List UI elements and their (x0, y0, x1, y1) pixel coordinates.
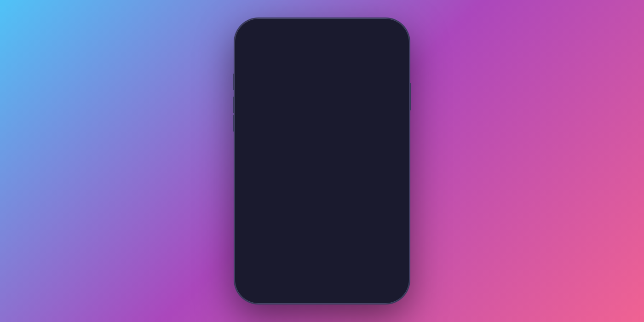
chat-list: Saved Messages Photo 9:41 (239, 136, 405, 171)
story-item-alina[interactable]: Alina (317, 70, 353, 107)
svg-line-4 (310, 122, 311, 124)
chat-content: Saved Messages Photo (276, 145, 380, 163)
chat-name: Saved Messages (276, 145, 380, 154)
search-bar-container: Search (239, 112, 405, 136)
natalee-avatar (287, 72, 313, 98)
chat-preview-text: Photo (286, 155, 303, 163)
saved-messages-avatar (247, 142, 270, 166)
story-item-paul[interactable]: Paul (353, 70, 389, 107)
paul-avatar-wrapper (357, 70, 385, 99)
signal-bars-icon (362, 34, 369, 39)
stories-row: + My Story Natalee (239, 67, 405, 112)
my-story-label: My Story (253, 102, 273, 107)
signal-bar-3 (366, 35, 367, 39)
signal-bar-1 (362, 38, 363, 39)
emma-label: Emma (393, 102, 405, 107)
paul-ring-inner (357, 71, 385, 99)
status-icons (362, 33, 392, 40)
bookmark-icon (253, 146, 264, 162)
page-title: Chats (303, 51, 325, 60)
add-story-badge: + (269, 90, 278, 99)
signal-bar-4 (368, 34, 369, 39)
search-bar[interactable]: Search (247, 113, 397, 130)
paul-story-ring (356, 69, 386, 100)
search-icon (305, 117, 312, 126)
alina-avatar-wrapper (321, 70, 350, 99)
signal-bar-2 (363, 36, 365, 39)
emma-story-ring (389, 70, 405, 100)
search-placeholder: Search (315, 117, 339, 126)
emma-ring-inner (389, 71, 405, 99)
nav-actions (365, 49, 395, 62)
status-bar: 9:41 (239, 23, 405, 47)
edit-button[interactable]: Edit (249, 51, 263, 60)
alina-ring-inner (322, 71, 350, 99)
alina-avatar (322, 72, 349, 98)
story-item-emma[interactable]: Emma (389, 70, 405, 107)
nav-bar: Edit Chats (239, 47, 405, 67)
table-row[interactable]: Saved Messages Photo 9:41 (239, 138, 405, 171)
natalee-ring-inner (286, 71, 314, 99)
chat-preview: Photo (276, 155, 380, 163)
photo-thumbnail (276, 155, 284, 163)
alina-story-ring (320, 69, 351, 100)
natalee-avatar-wrapper (285, 70, 314, 99)
natalee-story-ring (284, 69, 315, 100)
paul-label: Paul (366, 102, 376, 107)
dynamic-island (294, 29, 350, 45)
chat-time: 9:41 (385, 150, 397, 158)
emma-avatar (389, 72, 405, 98)
natalee-label: Natalee (291, 102, 308, 107)
phone-wrapper: 9:41 (235, 18, 409, 304)
emma-avatar-wrapper (389, 70, 405, 99)
phone-screen: 9:41 (239, 23, 405, 299)
story-item-my-story[interactable]: + My Story (246, 70, 282, 107)
my-story-avatar-wrapper: + (249, 70, 278, 99)
compose-button[interactable] (384, 49, 395, 62)
wifi-icon (372, 33, 379, 40)
add-story-button[interactable] (365, 49, 377, 62)
paul-avatar (358, 72, 385, 98)
battery-icon (382, 34, 392, 39)
story-item-natalee[interactable]: Natalee (282, 70, 317, 107)
status-time: 9:41 (252, 33, 265, 40)
alina-label: Alina (330, 102, 341, 107)
